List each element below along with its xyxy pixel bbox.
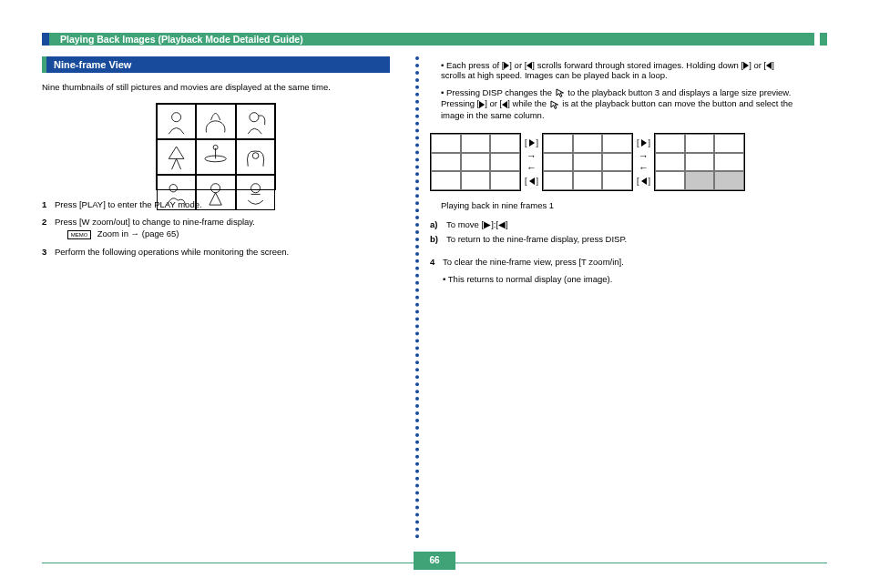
svg-point-6 xyxy=(211,184,220,193)
grid-3 xyxy=(654,133,745,191)
substep-a: a) To move [▶]:[◀] xyxy=(430,219,796,229)
step-1: 1 Press [PLAY] to enter the PLAY mode. xyxy=(42,199,390,209)
grid-1 xyxy=(430,133,521,191)
right-para-1: • Each press of [] or [] scrolls forward… xyxy=(430,60,796,80)
cursor-icon xyxy=(549,99,560,110)
section-heading: Nine-frame View xyxy=(42,56,390,73)
arrow-stack-2: [] → ← [] xyxy=(637,138,650,185)
column-divider xyxy=(415,56,419,539)
arrow-right-icon: → xyxy=(639,153,649,159)
grid-navigation-diagram: [] → ← [] [] → ← [] xyxy=(430,133,796,191)
arrow-left-icon: ← xyxy=(639,165,649,171)
grid-caption: Playing back in nine frames 1 xyxy=(441,200,796,212)
top-green-bar: Playing Back Images (Playback Mode Detai… xyxy=(42,33,827,46)
step-4-note: • This returns to normal display (one im… xyxy=(443,274,796,286)
step-4: 4 To clear the nine-frame view, press [T… xyxy=(430,257,796,267)
substep-b: b) To return to the nine-frame display, … xyxy=(430,234,796,244)
arrow-stack-1: [] → ← [] xyxy=(525,138,538,185)
arrow-right-icon: → xyxy=(527,153,537,159)
intro-text: Nine thumbnails of still pictures and mo… xyxy=(42,82,390,94)
section-title: Nine-frame View xyxy=(54,56,131,73)
step-2: 2 Press [W zoom/out] to change to nine-f… xyxy=(42,217,390,239)
svg-point-1 xyxy=(250,112,259,121)
page-number: 66 xyxy=(414,552,455,570)
right-para-2: • Pressing DISP changes the to the playb… xyxy=(430,87,796,120)
page-footer: 66 xyxy=(42,550,827,573)
page-header-title: Playing Back Images (Playback Mode Detai… xyxy=(60,33,303,46)
nine-frame-illustration xyxy=(156,103,276,190)
grid-2 xyxy=(542,133,633,191)
svg-point-7 xyxy=(250,184,260,193)
svg-point-4 xyxy=(252,153,259,159)
arrow-left-icon: ← xyxy=(527,165,537,171)
cursor-icon xyxy=(555,87,566,98)
memo-icon: MEMO xyxy=(67,230,91,239)
step-3: 3 Perform the following operations while… xyxy=(42,247,390,257)
svg-point-5 xyxy=(169,185,177,192)
svg-point-0 xyxy=(172,112,181,121)
